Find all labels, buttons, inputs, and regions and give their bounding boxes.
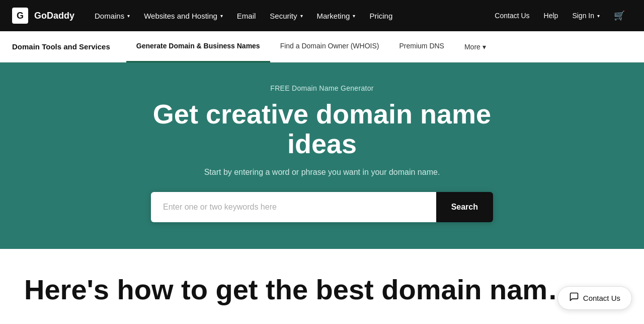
hero-eyebrow: FREE Domain Name Generator (270, 84, 373, 92)
sec-nav-generate[interactable]: Generate Domain & Business Names (126, 31, 270, 62)
chevron-down-icon: ▾ (482, 43, 486, 51)
sec-nav-premium-dns[interactable]: Premium DNS (389, 31, 454, 62)
chevron-down-icon: ▾ (597, 13, 600, 19)
chevron-down-icon: ▾ (127, 13, 130, 19)
nav-email[interactable]: Email (230, 0, 263, 31)
nav-sign-in[interactable]: Sign In ▾ (565, 0, 607, 31)
top-nav-links: Domains ▾ Websites and Hosting ▾ Email S… (88, 0, 488, 31)
hero-subtitle: Start by entering a word or phrase you w… (204, 168, 440, 177)
contact-us-button[interactable]: Contact Us (557, 286, 632, 310)
search-bar: Search (151, 192, 493, 222)
nav-help[interactable]: Help (537, 0, 566, 31)
sec-nav-more[interactable]: More ▾ (454, 31, 496, 62)
nav-websites-hosting[interactable]: Websites and Hosting ▾ (137, 0, 230, 31)
svg-text:GoDaddy: GoDaddy (34, 11, 74, 21)
nav-contact-us[interactable]: Contact Us (488, 0, 536, 31)
svg-text:G: G (17, 11, 24, 21)
bottom-section: Here's how to get the best domain name s… (0, 249, 644, 324)
nav-pricing[interactable]: Pricing (362, 0, 399, 31)
sec-nav-brand[interactable]: Domain Tools and Services (12, 31, 118, 62)
cart-icon: 🛒 (614, 10, 625, 21)
chat-icon (569, 292, 579, 304)
bottom-title: Here's how to get the best domain name s… (24, 274, 578, 305)
chevron-down-icon: ▾ (220, 13, 223, 19)
sec-nav-items: Generate Domain & Business Names Find a … (126, 31, 632, 62)
secondary-navigation: Domain Tools and Services Generate Domai… (0, 31, 644, 62)
hero-section: FREE Domain Name Generator Get creative … (0, 62, 644, 249)
chevron-down-icon: ▾ (300, 13, 303, 19)
top-nav-right: Contact Us Help Sign In ▾ 🛒 (488, 0, 632, 31)
nav-marketing[interactable]: Marketing ▾ (310, 0, 363, 31)
nav-cart[interactable]: 🛒 (607, 0, 632, 31)
search-input[interactable] (151, 192, 436, 222)
sec-nav-whois[interactable]: Find a Domain Owner (WHOIS) (270, 31, 389, 62)
chevron-down-icon: ▾ (353, 13, 355, 19)
search-button[interactable]: Search (436, 192, 493, 222)
nav-domains[interactable]: Domains ▾ (88, 0, 137, 31)
logo[interactable]: G GoDaddy (12, 8, 77, 24)
top-navigation: G GoDaddy Domains ▾ Websites and Hosting… (0, 0, 644, 31)
nav-security[interactable]: Security ▾ (263, 0, 309, 31)
hero-title: Get creative domain name ideas (146, 99, 498, 159)
